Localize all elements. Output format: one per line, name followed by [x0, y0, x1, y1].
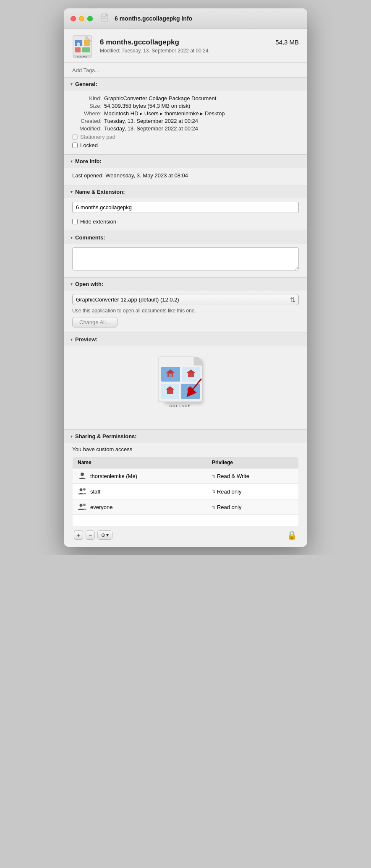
user-cell-2: staff — [73, 484, 207, 499]
modified-label: Modified: — [100, 48, 120, 54]
user-name-3: everyone — [90, 504, 112, 510]
open-with-title: Open with: — [75, 281, 103, 287]
col-privilege-header: Privilege — [207, 457, 299, 468]
group-icon-1 — [78, 487, 87, 496]
last-opened-row: Last opened: Wednesday, 3. May 2023 at 0… — [72, 172, 299, 179]
title-bar-icon — [100, 13, 110, 23]
window-title: 6 months.gccollagepkg Info — [115, 15, 192, 22]
comments-header[interactable]: ▾ Comments: — [64, 231, 307, 244]
name-extension-title: Name & Extension: — [75, 189, 125, 195]
maximize-button[interactable] — [87, 16, 93, 21]
lock-area: 🔒 — [287, 530, 297, 540]
preview-area: COLLAGE — [72, 349, 299, 424]
change-all-button[interactable]: Change All... — [72, 317, 118, 327]
svg-point-34 — [80, 504, 83, 507]
svg-point-35 — [83, 504, 86, 506]
modified-label: Modified: — [72, 125, 102, 132]
modified-row: Modified: Tuesday, 13. September 2022 at… — [72, 125, 299, 132]
created-label: Created: — [72, 118, 102, 124]
title-bar: 6 months.gccollagepkg Info — [64, 8, 307, 29]
general-header[interactable]: ▾ General: — [64, 78, 307, 91]
user-cell-inner-3: everyone — [78, 502, 202, 512]
sharing-header[interactable]: ▾ Sharing & Permissions: — [64, 430, 307, 443]
add-permission-button[interactable]: + — [74, 530, 83, 540]
action-chevron: ▾ — [106, 532, 109, 538]
general-title: General: — [75, 81, 97, 87]
custom-access-text: You have custom access — [72, 446, 299, 452]
lock-icon[interactable]: 🔒 — [287, 530, 297, 540]
file-info: 6 months.gccollagepkg 54,3 MB Modified: … — [100, 38, 299, 54]
locked-checkbox[interactable] — [72, 143, 78, 148]
modified-date: Tuesday, 13. September 2022 at 00:24 — [122, 48, 209, 54]
created-row: Created: Tuesday, 13. September 2022 at … — [72, 118, 299, 124]
privilege-arrows-2: ⇅ — [212, 489, 215, 494]
privilege-cell-3: ⇅ Read only — [207, 499, 299, 515]
info-window: 6 months.gccollagepkg Info — [64, 8, 307, 547]
hide-extension-row: Hide extension — [72, 218, 299, 225]
remove-permission-button[interactable]: − — [86, 530, 95, 540]
permissions-table: Name Privilege — [72, 457, 299, 527]
more-info-body: Last opened: Wednesday, 3. May 2023 at 0… — [64, 168, 307, 185]
file-name: 6 months.gccollagepkg — [100, 38, 179, 47]
filename-input[interactable] — [72, 202, 299, 213]
minimize-button[interactable] — [79, 16, 84, 21]
svg-point-32 — [80, 489, 83, 491]
preview-header[interactable]: ▾ Preview: — [64, 333, 307, 346]
hide-extension-label: Hide extension — [80, 218, 116, 225]
comments-textarea[interactable] — [72, 247, 299, 270]
file-icon: COLLAGE — [72, 35, 94, 57]
stationery-checkbox[interactable] — [72, 134, 78, 140]
svg-point-33 — [83, 488, 86, 491]
privilege-value-2: Read only — [217, 489, 242, 495]
more-info-title: More Info: — [75, 158, 102, 164]
user-cell-3: everyone — [73, 499, 207, 515]
comments-body — [64, 244, 307, 277]
file-header: COLLAGE 6 months.gccollagepkg 54,3 MB Mo… — [64, 29, 307, 63]
more-info-header[interactable]: ▾ More Info: — [64, 155, 307, 168]
preview-arrow: ▾ — [71, 337, 73, 342]
empty-cell-1 — [73, 515, 207, 527]
open-with-arrow: ▾ — [71, 282, 73, 286]
preview-title: Preview: — [75, 336, 97, 343]
collage-icon-container: COLLAGE — [156, 353, 215, 416]
action-button[interactable]: ⊙ ▾ — [97, 530, 112, 540]
tags-area — [64, 63, 307, 78]
preview-body: COLLAGE — [64, 346, 307, 429]
svg-rect-9 — [82, 47, 90, 52]
kind-label: Kind: — [72, 95, 102, 101]
open-with-section: ▾ Open with: GraphicConverter 12.app (de… — [64, 278, 307, 333]
svg-rect-18 — [169, 374, 172, 377]
user-name-1: thorstenlemke (Me) — [90, 473, 137, 479]
comments-arrow: ▾ — [71, 235, 73, 240]
name-extension-header[interactable]: ▾ Name & Extension: — [64, 185, 307, 198]
locked-row: Locked — [72, 142, 299, 148]
sharing-section: ▾ Sharing & Permissions: You have custom… — [64, 430, 307, 547]
table-empty-row — [73, 515, 299, 527]
last-opened-label: Last opened: — [72, 172, 104, 179]
user-name-2: staff — [90, 489, 100, 495]
where-label: Where: — [72, 110, 102, 117]
svg-rect-27 — [188, 390, 193, 394]
open-with-header[interactable]: ▾ Open with: — [64, 278, 307, 291]
col-name-header: Name — [73, 457, 207, 468]
comments-section: ▾ Comments: — [64, 231, 307, 278]
modified-value: Tuesday, 13. September 2022 at 00:24 — [104, 125, 299, 132]
app-select-wrapper: GraphicConverter 12.app (default) (12.0.… — [72, 294, 299, 305]
table-row: thorstenlemke (Me) ⇅ Read & Write — [73, 468, 299, 484]
hide-extension-checkbox[interactable] — [72, 219, 78, 224]
table-row: staff ⇅ Read only — [73, 484, 299, 499]
last-opened-value: Wednesday, 3. May 2023 at 08:04 — [105, 172, 188, 179]
file-size: 54,3 MB — [275, 39, 299, 46]
more-info-section: ▾ More Info: Last opened: Wednesday, 3. … — [64, 155, 307, 185]
more-info-arrow: ▾ — [71, 159, 73, 164]
app-select[interactable]: GraphicConverter 12.app (default) (12.0.… — [72, 294, 299, 305]
stationery-label: Stationery pad — [80, 134, 115, 140]
created-value: Tuesday, 13. September 2022 at 00:24 — [104, 118, 299, 124]
size-row: Size: 54.309.358 bytes (54,3 MB on disk) — [72, 103, 299, 109]
tags-input[interactable] — [72, 67, 299, 73]
close-button[interactable] — [71, 16, 76, 21]
locked-label: Locked — [80, 142, 98, 148]
general-arrow: ▾ — [71, 82, 73, 86]
user-cell-1: thorstenlemke (Me) — [73, 468, 207, 484]
sharing-body: You have custom access Name Privilege — [64, 443, 307, 547]
